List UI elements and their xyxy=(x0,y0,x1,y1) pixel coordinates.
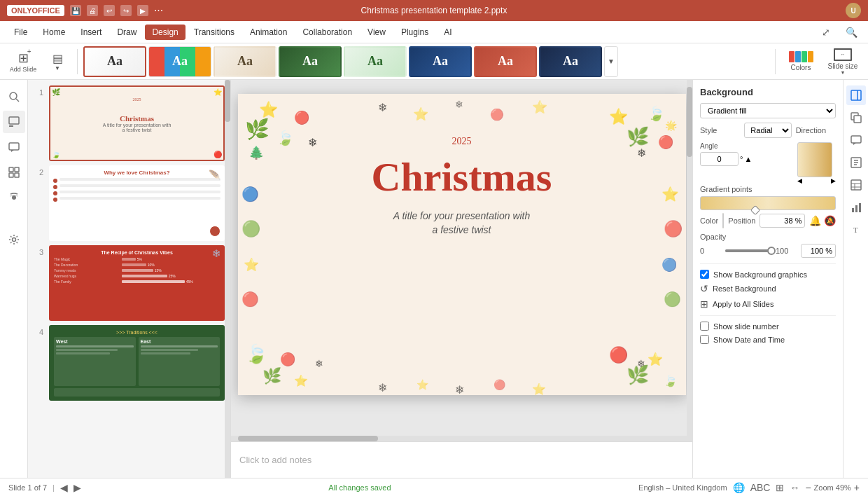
fill-type-select[interactable]: Gradient fill xyxy=(700,103,836,118)
svg-rect-54 xyxy=(854,116,861,123)
menu-design[interactable]: Design xyxy=(145,25,185,40)
menu-insert[interactable]: Insert xyxy=(74,25,108,40)
menu-file[interactable]: File xyxy=(7,25,34,40)
canvas-scroll-thumb[interactable] xyxy=(687,87,692,157)
right-icon-comment[interactable] xyxy=(846,130,866,150)
next-slide-button[interactable]: ▶ xyxy=(74,482,81,493)
right-icon-table[interactable] xyxy=(846,175,866,195)
slide-panel-scrollbar[interactable] xyxy=(225,80,230,478)
left-icon-search[interactable] xyxy=(3,85,25,108)
language-globe-icon[interactable]: 🌐 xyxy=(733,482,745,493)
svg-text:🔴: 🔴 xyxy=(493,379,506,391)
show-date-time-checkbox[interactable] xyxy=(700,335,709,344)
left-icon-broadcast[interactable] xyxy=(3,186,25,209)
opacity-slider[interactable] xyxy=(725,249,771,252)
angle-unit: ° xyxy=(740,155,743,163)
theme-darkblue[interactable]: Aa xyxy=(539,46,602,77)
menu-transitions[interactable]: Transitions xyxy=(187,25,241,40)
notes-area[interactable]: Click to add notes xyxy=(231,441,692,478)
bell-off-icon[interactable]: 🔕 xyxy=(824,215,836,226)
right-icon-format[interactable] xyxy=(846,153,866,172)
position-input[interactable] xyxy=(760,214,805,228)
svg-text:❄: ❄ xyxy=(455,384,464,395)
undo-button[interactable]: ↩ xyxy=(104,5,115,16)
right-icon-chart[interactable] xyxy=(846,198,866,217)
expand-button[interactable]: ⤢ xyxy=(816,22,836,42)
menu-draw[interactable]: Draw xyxy=(110,25,144,40)
left-icon-format[interactable] xyxy=(3,161,25,184)
theme-red[interactable]: Aa xyxy=(474,46,537,77)
apply-all-row[interactable]: ⊞ Apply to All Slides xyxy=(700,298,836,310)
slide-preview-3: The Recipe of Christmas Vibes The Magic5… xyxy=(49,245,225,321)
left-icon-comments[interactable] xyxy=(3,136,25,158)
zoom-out-button[interactable]: − xyxy=(805,482,811,493)
menu-collaboration[interactable]: Collaboration xyxy=(295,25,359,40)
slide-thumb-2[interactable]: 2 🪶 Why we love Christmas? xyxy=(34,165,225,241)
theme-cream[interactable]: Aa xyxy=(214,46,276,77)
slide-panel-scroll-thumb[interactable] xyxy=(225,80,230,122)
svg-point-10 xyxy=(12,238,15,242)
theme-navy[interactable]: Aa xyxy=(409,46,472,77)
left-icon-settings[interactable] xyxy=(3,228,25,251)
theme-red-label: Aa xyxy=(498,54,513,69)
style-select[interactable]: Radial xyxy=(744,123,791,138)
print-button[interactable]: 🖨 xyxy=(87,5,98,16)
gradient-bar[interactable] xyxy=(700,196,836,210)
user-avatar[interactable]: U xyxy=(846,3,861,18)
show-bg-graphics-checkbox[interactable] xyxy=(700,270,709,279)
more-button[interactable]: ··· xyxy=(154,4,163,17)
slide-layout-button[interactable]: ▤ ▼ xyxy=(43,50,71,74)
left-icon-slides[interactable] xyxy=(3,111,25,133)
search-menu-button[interactable]: 🔍 xyxy=(841,22,861,42)
slide-thumb-4[interactable]: 4 >>> Traditions <<< West East xyxy=(34,325,225,401)
canvas-hscroll-thumb[interactable] xyxy=(238,436,378,441)
slide-size-button[interactable]: ↔ Slide size ▼ xyxy=(823,46,862,78)
themes-dropdown-button[interactable]: ▼ xyxy=(604,46,618,77)
menu-animation[interactable]: Animation xyxy=(243,25,294,40)
prev-arrow[interactable]: ◀ xyxy=(797,177,802,184)
slide-canvas[interactable]: 🌿 ⭐ 🍃 🔴 ❄ 🌲 ⭐ 🌿 🍃 🔴 ❄ 🌟 🍃 🌿 xyxy=(238,94,686,395)
next-arrow[interactable]: ▶ xyxy=(831,177,836,184)
svg-text:⭐: ⭐ xyxy=(259,100,279,119)
language-selector[interactable]: English – United Kingdom xyxy=(638,483,727,492)
play-button[interactable]: ▶ xyxy=(137,5,148,16)
color-swatch[interactable] xyxy=(722,213,724,228)
bell-icon[interactable]: 🔔 xyxy=(809,215,821,226)
right-icon-text[interactable]: T xyxy=(846,220,866,240)
spellcheck-icon[interactable]: ABC xyxy=(750,482,771,493)
theme-colorful[interactable]: Aa xyxy=(148,46,211,77)
add-slide-button[interactable]: ⊞ + Add Slide xyxy=(6,48,41,75)
right-icon-panel[interactable] xyxy=(846,85,866,105)
slide-thumb-3[interactable]: 3 The Recipe of Christmas Vibes The Magi… xyxy=(34,245,225,321)
theme-default[interactable]: Aa xyxy=(83,46,146,77)
redo-button[interactable]: ↪ xyxy=(120,5,132,16)
zoom-in-button[interactable]: + xyxy=(854,482,860,493)
fit-width-icon[interactable]: ↔ xyxy=(790,482,799,493)
canvas-scrollbar[interactable] xyxy=(687,80,692,441)
opacity-input[interactable] xyxy=(801,244,836,258)
angle-spinner-up[interactable]: ▲ xyxy=(744,155,752,163)
slide-thumb-1[interactable]: 1 🌿 ⭐ 🍃 🔴 2025 Christmas A title for you… xyxy=(34,85,225,161)
theme-forest[interactable]: Aa xyxy=(279,46,342,77)
angle-input[interactable] xyxy=(700,152,738,166)
fullscreen-icon[interactable]: ⊞ xyxy=(776,482,784,493)
theme-lightgreen[interactable]: Aa xyxy=(344,46,407,77)
toolbar-divider2 xyxy=(775,49,776,74)
right-icon-copy[interactable] xyxy=(846,108,866,128)
layout-dropdown-icon: ▼ xyxy=(55,65,60,71)
opacity-thumb[interactable] xyxy=(767,247,776,255)
canvas-hscrollbar[interactable] xyxy=(231,436,692,441)
menu-home[interactable]: Home xyxy=(36,25,72,40)
prev-slide-button[interactable]: ◀ xyxy=(60,482,68,493)
reset-bg-row[interactable]: ↺ Reset Background xyxy=(700,283,836,294)
menu-ai[interactable]: AI xyxy=(437,25,458,40)
colors-button[interactable]: Colors xyxy=(781,48,820,74)
canvas-scroll[interactable]: 🌿 ⭐ 🍃 🔴 ❄ 🌲 ⭐ 🌿 🍃 🔴 ❄ 🌟 🍃 🌿 xyxy=(231,80,692,441)
direction-preview[interactable] xyxy=(797,142,832,177)
show-slide-number-checkbox[interactable] xyxy=(700,322,709,331)
menu-view[interactable]: View xyxy=(360,25,393,40)
svg-rect-2 xyxy=(9,117,19,124)
saved-status: All changes saved xyxy=(88,483,631,492)
save-button[interactable]: 💾 xyxy=(70,5,81,16)
menu-plugins[interactable]: Plugins xyxy=(394,25,435,40)
